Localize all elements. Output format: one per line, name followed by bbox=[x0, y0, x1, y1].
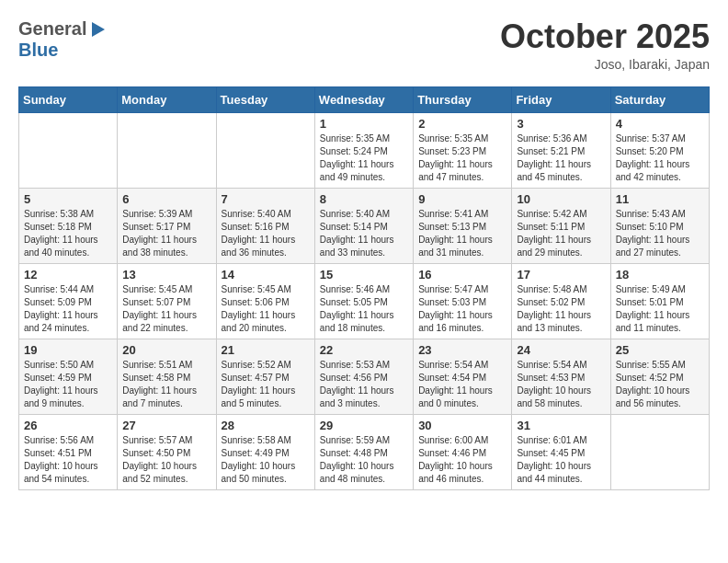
day-info: Sunrise: 5:38 AM Sunset: 5:18 PM Dayligh… bbox=[24, 208, 112, 259]
table-row: 24Sunrise: 5:54 AM Sunset: 4:53 PM Dayli… bbox=[512, 339, 610, 414]
col-friday: Friday bbox=[512, 86, 610, 112]
day-info: Sunrise: 5:44 AM Sunset: 5:09 PM Dayligh… bbox=[24, 283, 112, 335]
day-info: Sunrise: 6:01 AM Sunset: 4:45 PM Dayligh… bbox=[517, 434, 605, 486]
logo-blue-text: Blue bbox=[18, 40, 58, 60]
day-number: 15 bbox=[320, 268, 408, 282]
table-row bbox=[216, 112, 314, 188]
day-number: 3 bbox=[517, 117, 605, 131]
day-number: 8 bbox=[320, 192, 408, 206]
day-number: 14 bbox=[222, 268, 310, 282]
table-row: 11Sunrise: 5:43 AM Sunset: 5:10 PM Dayli… bbox=[610, 188, 709, 263]
day-info: Sunrise: 5:58 AM Sunset: 4:49 PM Dayligh… bbox=[222, 434, 310, 486]
day-info: Sunrise: 5:41 AM Sunset: 5:13 PM Dayligh… bbox=[418, 208, 506, 259]
day-info: Sunrise: 5:50 AM Sunset: 4:59 PM Dayligh… bbox=[24, 359, 112, 410]
day-number: 26 bbox=[24, 419, 112, 432]
table-row: 26Sunrise: 5:56 AM Sunset: 4:51 PM Dayli… bbox=[19, 414, 118, 489]
table-row: 29Sunrise: 5:59 AM Sunset: 4:48 PM Dayli… bbox=[314, 414, 413, 489]
day-info: Sunrise: 5:35 AM Sunset: 5:24 PM Dayligh… bbox=[320, 132, 408, 184]
title-area: October 2025 Joso, Ibaraki, Japan bbox=[500, 18, 710, 72]
page-header: General Blue October 2025 Joso, Ibaraki,… bbox=[18, 18, 710, 72]
day-number: 22 bbox=[320, 343, 408, 357]
calendar-table: Sunday Monday Tuesday Wednesday Thursday… bbox=[18, 86, 710, 490]
day-info: Sunrise: 5:35 AM Sunset: 5:23 PM Dayligh… bbox=[418, 132, 506, 184]
day-number: 25 bbox=[616, 343, 704, 357]
col-thursday: Thursday bbox=[414, 86, 512, 112]
location: Joso, Ibaraki, Japan bbox=[500, 57, 710, 72]
day-number: 31 bbox=[517, 419, 605, 432]
day-number: 20 bbox=[122, 343, 210, 357]
day-number: 13 bbox=[122, 268, 210, 282]
table-row: 18Sunrise: 5:49 AM Sunset: 5:01 PM Dayli… bbox=[610, 263, 709, 339]
table-row: 1Sunrise: 5:35 AM Sunset: 5:24 PM Daylig… bbox=[314, 112, 413, 188]
table-row: 20Sunrise: 5:51 AM Sunset: 4:58 PM Dayli… bbox=[118, 339, 216, 414]
table-row: 17Sunrise: 5:48 AM Sunset: 5:02 PM Dayli… bbox=[512, 263, 610, 339]
table-row bbox=[118, 112, 216, 188]
col-monday: Monday bbox=[118, 86, 216, 112]
day-info: Sunrise: 5:51 AM Sunset: 4:58 PM Dayligh… bbox=[122, 359, 210, 410]
day-number: 24 bbox=[517, 343, 605, 357]
month-title: October 2025 bbox=[500, 18, 710, 55]
day-number: 16 bbox=[418, 268, 506, 282]
table-row: 25Sunrise: 5:55 AM Sunset: 4:52 PM Dayli… bbox=[610, 339, 709, 414]
day-info: Sunrise: 5:45 AM Sunset: 5:06 PM Dayligh… bbox=[222, 283, 310, 335]
day-number: 9 bbox=[418, 192, 506, 206]
day-info: Sunrise: 5:53 AM Sunset: 4:56 PM Dayligh… bbox=[320, 359, 408, 410]
day-number: 27 bbox=[122, 419, 210, 432]
table-row bbox=[610, 414, 709, 489]
day-info: Sunrise: 5:49 AM Sunset: 5:01 PM Dayligh… bbox=[616, 283, 704, 335]
table-row: 2Sunrise: 5:35 AM Sunset: 5:23 PM Daylig… bbox=[414, 112, 512, 188]
day-info: Sunrise: 5:59 AM Sunset: 4:48 PM Dayligh… bbox=[320, 434, 408, 486]
day-number: 18 bbox=[616, 268, 704, 282]
day-number: 19 bbox=[24, 343, 112, 357]
calendar-week-row: 5Sunrise: 5:38 AM Sunset: 5:18 PM Daylig… bbox=[19, 188, 710, 263]
table-row: 9Sunrise: 5:41 AM Sunset: 5:13 PM Daylig… bbox=[414, 188, 512, 263]
day-number: 30 bbox=[418, 419, 506, 432]
table-row: 30Sunrise: 6:00 AM Sunset: 4:46 PM Dayli… bbox=[414, 414, 512, 489]
logo-general-text: General bbox=[18, 18, 86, 40]
table-row: 14Sunrise: 5:45 AM Sunset: 5:06 PM Dayli… bbox=[216, 263, 314, 339]
day-number: 28 bbox=[222, 419, 310, 432]
table-row: 6Sunrise: 5:39 AM Sunset: 5:17 PM Daylig… bbox=[118, 188, 216, 263]
table-row: 15Sunrise: 5:46 AM Sunset: 5:05 PM Dayli… bbox=[314, 263, 413, 339]
day-info: Sunrise: 5:46 AM Sunset: 5:05 PM Dayligh… bbox=[320, 283, 408, 335]
col-tuesday: Tuesday bbox=[216, 86, 314, 112]
day-number: 10 bbox=[517, 192, 605, 206]
day-info: Sunrise: 5:40 AM Sunset: 5:14 PM Dayligh… bbox=[320, 208, 408, 259]
day-info: Sunrise: 6:00 AM Sunset: 4:46 PM Dayligh… bbox=[418, 434, 506, 486]
day-number: 4 bbox=[616, 117, 704, 131]
table-row: 31Sunrise: 6:01 AM Sunset: 4:45 PM Dayli… bbox=[512, 414, 610, 489]
day-info: Sunrise: 5:48 AM Sunset: 5:02 PM Dayligh… bbox=[517, 283, 605, 335]
day-info: Sunrise: 5:47 AM Sunset: 5:03 PM Dayligh… bbox=[418, 283, 506, 335]
table-row: 12Sunrise: 5:44 AM Sunset: 5:09 PM Dayli… bbox=[19, 263, 118, 339]
table-row bbox=[19, 112, 118, 188]
table-row: 8Sunrise: 5:40 AM Sunset: 5:14 PM Daylig… bbox=[314, 188, 413, 263]
table-row: 5Sunrise: 5:38 AM Sunset: 5:18 PM Daylig… bbox=[19, 188, 118, 263]
day-number: 29 bbox=[320, 419, 408, 432]
day-number: 2 bbox=[418, 117, 506, 131]
day-info: Sunrise: 5:54 AM Sunset: 4:54 PM Dayligh… bbox=[418, 359, 506, 410]
day-number: 11 bbox=[616, 192, 704, 206]
day-info: Sunrise: 5:36 AM Sunset: 5:21 PM Dayligh… bbox=[517, 132, 605, 184]
table-row: 10Sunrise: 5:42 AM Sunset: 5:11 PM Dayli… bbox=[512, 188, 610, 263]
table-row: 27Sunrise: 5:57 AM Sunset: 4:50 PM Dayli… bbox=[118, 414, 216, 489]
day-number: 5 bbox=[24, 192, 112, 206]
day-info: Sunrise: 5:37 AM Sunset: 5:20 PM Dayligh… bbox=[616, 132, 704, 184]
day-info: Sunrise: 5:45 AM Sunset: 5:07 PM Dayligh… bbox=[122, 283, 210, 335]
calendar-week-row: 26Sunrise: 5:56 AM Sunset: 4:51 PM Dayli… bbox=[19, 414, 710, 489]
day-info: Sunrise: 5:43 AM Sunset: 5:10 PM Dayligh… bbox=[616, 208, 704, 259]
day-info: Sunrise: 5:57 AM Sunset: 4:50 PM Dayligh… bbox=[122, 434, 210, 486]
logo-triangle-icon bbox=[92, 22, 105, 37]
day-number: 1 bbox=[320, 117, 408, 131]
table-row: 4Sunrise: 5:37 AM Sunset: 5:20 PM Daylig… bbox=[610, 112, 709, 188]
day-info: Sunrise: 5:39 AM Sunset: 5:17 PM Dayligh… bbox=[122, 208, 210, 259]
calendar-week-row: 12Sunrise: 5:44 AM Sunset: 5:09 PM Dayli… bbox=[19, 263, 710, 339]
day-info: Sunrise: 5:40 AM Sunset: 5:16 PM Dayligh… bbox=[222, 208, 310, 259]
logo: General Blue bbox=[18, 18, 105, 61]
col-saturday: Saturday bbox=[610, 86, 709, 112]
table-row: 19Sunrise: 5:50 AM Sunset: 4:59 PM Dayli… bbox=[19, 339, 118, 414]
table-row: 16Sunrise: 5:47 AM Sunset: 5:03 PM Dayli… bbox=[414, 263, 512, 339]
table-row: 22Sunrise: 5:53 AM Sunset: 4:56 PM Dayli… bbox=[314, 339, 413, 414]
day-info: Sunrise: 5:42 AM Sunset: 5:11 PM Dayligh… bbox=[517, 208, 605, 259]
day-info: Sunrise: 5:56 AM Sunset: 4:51 PM Dayligh… bbox=[24, 434, 112, 486]
day-info: Sunrise: 5:52 AM Sunset: 4:57 PM Dayligh… bbox=[222, 359, 310, 410]
